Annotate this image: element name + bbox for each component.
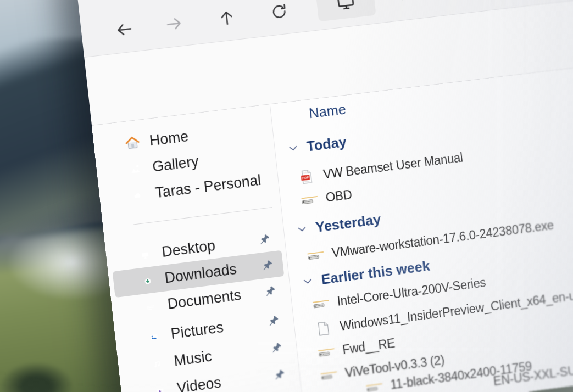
gallery-icon (126, 160, 145, 177)
refresh-icon (269, 2, 289, 21)
videos-folder-icon (151, 382, 169, 392)
pin-icon (259, 233, 271, 245)
zip-folder-icon (299, 191, 319, 209)
music-folder-icon (148, 355, 166, 372)
zip-folder-icon (305, 247, 325, 265)
home-icon (123, 135, 142, 152)
pdf-file-icon (297, 167, 316, 185)
back-button[interactable] (111, 17, 137, 42)
zip-folder-icon (316, 343, 336, 361)
sidebar-item-label: Music (173, 348, 213, 369)
downloads-folder-icon (138, 272, 157, 289)
pin-icon (274, 368, 286, 380)
group-label: Yesterday (315, 211, 382, 236)
file-name: OBD (325, 187, 353, 205)
sidebar-item-label: Desktop (161, 237, 216, 261)
group-chevron-icon (286, 141, 300, 155)
desktop-folder-icon (136, 245, 154, 263)
this-pc-icon (335, 0, 357, 13)
sidebar-separator (133, 207, 272, 225)
sidebar-item-label: Documents (166, 287, 242, 313)
zip-folder-icon (319, 366, 338, 384)
onedrive-folder-icon (129, 187, 148, 204)
pin-icon (271, 341, 283, 354)
breadcrumb-this-pc[interactable] (315, 0, 376, 21)
group-label: Today (306, 133, 348, 155)
pictures-folder-icon (144, 328, 163, 345)
breadcrumb-chevron-icon: › (378, 0, 385, 4)
file-icon (314, 320, 333, 338)
screen-photo: › Downloads New ⌄ Sort ⌄ (0, 0, 573, 392)
pin-icon (262, 259, 274, 271)
forward-icon (164, 14, 183, 33)
forward-button[interactable] (160, 12, 187, 36)
column-header-name[interactable]: Name (308, 97, 347, 125)
pin-icon (268, 315, 280, 327)
breadcrumb-current[interactable]: Downloads (400, 0, 472, 4)
zip-folder-icon (364, 378, 383, 392)
up-icon (216, 8, 236, 27)
group-chevron-icon (295, 222, 309, 236)
navigation-pane: Home Gallery Taras - Personal Desktop (92, 104, 305, 392)
file-name: Fwd__RE (342, 335, 396, 357)
sidebar-item-label: Videos (176, 374, 222, 392)
sidebar-item-label: Pictures (170, 319, 224, 343)
file-list-pane: Name Today VW Beamset User Manual OBD Ye… (270, 62, 573, 392)
file-explorer-window: › Downloads New ⌄ Sort ⌄ (74, 0, 573, 392)
back-icon (114, 19, 134, 39)
refresh-button[interactable] (266, 0, 292, 24)
zip-folder-icon (311, 295, 330, 313)
documents-folder-icon (141, 298, 160, 315)
sidebar-item-label: Downloads (164, 261, 237, 287)
group-chevron-icon (301, 275, 315, 288)
sidebar-item-label: Home (148, 128, 189, 149)
pin-icon (265, 285, 277, 297)
sidebar-item-label: Gallery (152, 153, 199, 175)
up-button[interactable] (214, 5, 240, 30)
